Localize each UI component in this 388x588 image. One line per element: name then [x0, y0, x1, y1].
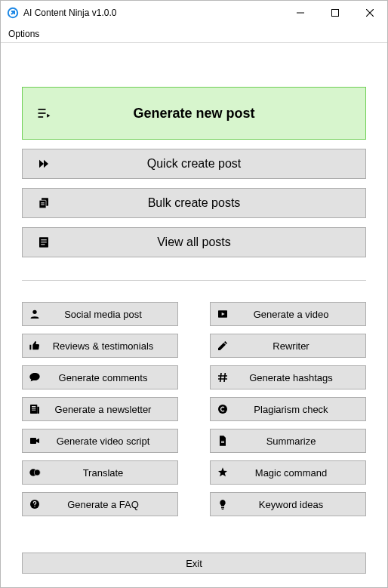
svg-rect-19 [37, 407, 39, 414]
tools-grid: Social media post Generate a video Revie… [22, 302, 366, 516]
svg-rect-17 [32, 408, 35, 409]
button-label: Generate video script [47, 436, 177, 447]
svg-rect-12 [41, 244, 45, 245]
view-all-posts-button[interactable]: View all posts [22, 227, 366, 257]
fast-forward-icon [23, 157, 65, 171]
button-label: Bulk create posts [65, 196, 365, 210]
star-icon [211, 466, 235, 479]
button-label: Rewriter [235, 340, 365, 352]
svg-rect-21 [30, 438, 36, 444]
button-label: Exit [186, 558, 202, 569]
generate-video-script-button[interactable]: Generate video script [22, 429, 178, 453]
reviews-testimonials-button[interactable]: Reviews & testimonials [22, 334, 178, 358]
svg-rect-29 [222, 509, 224, 509]
button-label: Generate a FAQ [47, 499, 177, 510]
svg-rect-15 [30, 405, 37, 414]
newspaper-icon [23, 403, 47, 415]
svg-rect-3 [38, 112, 46, 114]
hash-icon [211, 371, 235, 383]
top-buttons: Generate new post Quick create post [22, 87, 366, 257]
svg-point-25 [34, 469, 40, 476]
bulb-icon [211, 498, 235, 510]
generate-a-video-button[interactable]: Generate a video [210, 302, 366, 326]
svg-point-13 [32, 310, 36, 314]
svg-rect-2 [38, 109, 46, 110]
maximize-button[interactable] [318, 1, 353, 25]
person-icon [23, 308, 47, 320]
svg-rect-1 [332, 10, 339, 17]
button-label: Generate comments [47, 372, 177, 383]
title-bar: AI Content Ninja v1.0.0 [1, 1, 387, 25]
button-label: Plagiarism check [235, 404, 365, 415]
copyright-icon [211, 403, 235, 415]
button-label: Summarize [235, 436, 365, 447]
quick-create-post-button[interactable]: Quick create post [22, 149, 366, 179]
video-icon [23, 435, 47, 447]
plagiarism-check-button[interactable]: Plagiarism check [210, 397, 366, 421]
thumbs-up-icon [23, 340, 47, 352]
generate-newsletter-button[interactable]: Generate a newsletter [22, 397, 178, 421]
svg-rect-23 [221, 442, 224, 443]
svg-rect-4 [38, 116, 44, 118]
button-label: Quick create post [65, 157, 365, 171]
client-area: Generate new post Quick create post [1, 43, 387, 587]
footer: Exit [22, 553, 366, 574]
button-label: Translate [47, 467, 177, 479]
svg-rect-16 [32, 406, 35, 407]
svg-rect-8 [41, 205, 45, 205]
bulk-create-posts-button[interactable]: Bulk create posts [22, 188, 366, 218]
svg-rect-7 [41, 202, 45, 203]
generate-faq-button[interactable]: Generate a FAQ [22, 492, 178, 516]
menu-bar: Options [1, 25, 387, 43]
svg-rect-11 [41, 242, 47, 242]
exit-button[interactable]: Exit [22, 553, 366, 574]
app-icon [7, 7, 19, 19]
button-label: Social media post [47, 309, 177, 320]
minimize-button[interactable] [283, 1, 318, 25]
button-label: View all posts [65, 236, 365, 249]
svg-rect-10 [41, 239, 47, 240]
svg-rect-28 [221, 507, 224, 508]
button-label: Magic command [235, 467, 365, 479]
window-title: AI Content Ninja v1.0.0 [23, 8, 116, 18]
svg-rect-22 [221, 441, 224, 442]
button-label: Reviews & testimonials [47, 340, 177, 352]
globe-icon [23, 466, 47, 479]
keyword-ideas-button[interactable]: Keyword ideas [210, 492, 366, 516]
chat-icon [23, 371, 47, 383]
button-label: Generate a newsletter [47, 404, 177, 415]
button-label: Generate new post [65, 106, 365, 122]
file-icon [211, 435, 235, 447]
svg-rect-18 [32, 410, 35, 411]
copy-icon [23, 196, 65, 210]
summarize-button[interactable]: Summarize [210, 429, 366, 453]
playlist-icon [23, 106, 65, 121]
close-button[interactable] [353, 1, 387, 25]
menu-options[interactable]: Options [1, 25, 47, 42]
help-icon [23, 498, 47, 510]
magic-command-button[interactable]: Magic command [210, 460, 366, 485]
svg-point-20 [218, 405, 227, 414]
translate-button[interactable]: Translate [22, 460, 178, 485]
app-window: AI Content Ninja v1.0.0 Options [0, 0, 388, 588]
button-label: Keyword ideas [235, 499, 365, 510]
generate-new-post-button[interactable]: Generate new post [22, 87, 366, 140]
generate-comments-button[interactable]: Generate comments [22, 365, 178, 389]
play-icon [211, 308, 235, 320]
svg-point-27 [34, 506, 35, 506]
rewriter-button[interactable]: Rewriter [210, 334, 366, 358]
window-controls [283, 1, 387, 25]
divider [22, 280, 366, 281]
social-media-post-button[interactable]: Social media post [22, 302, 178, 326]
pencil-icon [211, 340, 235, 352]
generate-hashtags-button[interactable]: Generate hashtags [210, 365, 366, 389]
button-label: Generate a video [235, 309, 365, 320]
article-icon [23, 236, 65, 249]
button-label: Generate hashtags [235, 372, 365, 383]
